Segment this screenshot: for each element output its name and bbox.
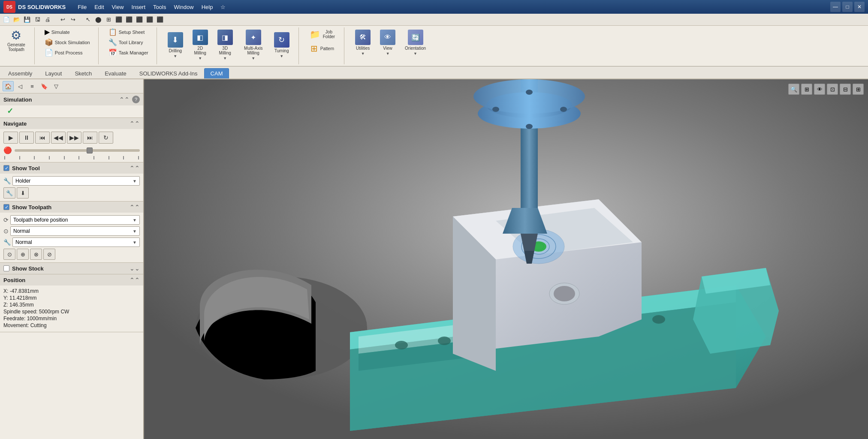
nav-pause-button[interactable]: ⏸ [19, 132, 34, 144]
show-toolpath-checkbox[interactable]: ✓ [3, 204, 9, 210]
tool-type-row: 🔧 Holder ▼ [3, 176, 140, 186]
toolpath-type-dropdown[interactable]: Toolpath before position ▼ [10, 215, 140, 225]
simulate-button[interactable]: ▶ Simulate [42, 27, 93, 37]
panel-list-button[interactable]: ≡ [27, 81, 38, 91]
turning-button[interactable]: ↻ Turning ▼ [270, 30, 293, 60]
nav-fast-fwd-button[interactable]: ⏭ [83, 132, 97, 144]
menu-view[interactable]: View [108, 3, 127, 11]
post-process-icon: 📄 [45, 49, 53, 56]
toolpath-mode1-dropdown[interactable]: Normal ▼ [10, 226, 140, 236]
navigate-content: ▶ ⏸ ⏮ ◀◀ ▶▶ ⏭ ↻ 🔴 [0, 129, 143, 162]
stock-simulation-button[interactable]: 📦 Stock Simulation [42, 38, 93, 47]
setup-sheet-button[interactable]: 📋 Setup Sheet [105, 27, 151, 37]
viewport-search-button[interactable]: 🔍 [788, 84, 799, 95]
task-manager-label: Task Manager [119, 50, 148, 55]
viewport-grid-button[interactable]: ⊞ [801, 84, 812, 95]
setup-sheet-label: Setup Sheet [119, 30, 145, 35]
panel-back-button[interactable]: ◁ [15, 81, 26, 91]
nav-slider-thumb[interactable] [87, 147, 93, 153]
orientation-button[interactable]: 🔄 Orientation ▼ [401, 27, 430, 58]
tool-library-button[interactable]: 🔧 Tool Library [105, 38, 151, 47]
nav-rewind-button[interactable]: ◀◀ [51, 132, 66, 144]
tab-addins[interactable]: SOLIDWORKS Add-Ins [133, 68, 204, 78]
quick-cam4[interactable]: ⬛ [145, 15, 154, 24]
toolpath-action-4[interactable]: ⊘ [43, 249, 55, 260]
quick-cam3[interactable]: ⬛ [135, 15, 144, 24]
multi-axis-button[interactable]: ✦ Multi-AxisMilling ▼ [238, 27, 268, 63]
toolpath-action-3[interactable]: ⊗ [30, 249, 42, 260]
task-manager-button[interactable]: 📅 Task Manager [105, 48, 151, 57]
show-toolpath-section-header[interactable]: ✓ Show Toolpath ⌃⌃ [0, 201, 143, 213]
menu-extra[interactable]: ☆ [217, 3, 229, 11]
quick-cam5[interactable]: ⬛ [155, 15, 165, 24]
nav-tick-1 [4, 156, 5, 159]
nav-end-button[interactable]: ↻ [99, 132, 113, 144]
tool-action-2[interactable]: ⬇ [17, 187, 29, 198]
generate-toolpath-button[interactable]: ⚙ GenerateToolpath [3, 27, 29, 54]
svg-point-18 [492, 107, 499, 112]
simulation-help-icon[interactable]: ? [132, 96, 140, 103]
panel-filter-button[interactable]: ▽ [51, 81, 62, 91]
show-stock-section-header[interactable]: Show Stock ⌄⌄ [0, 263, 143, 274]
toolpath-action-2[interactable]: ⊕ [17, 249, 29, 260]
viewport-extra2-button[interactable]: ⊟ [840, 84, 851, 95]
quick-circle[interactable]: ⬤ [93, 15, 103, 24]
quick-grid[interactable]: ⊞ [104, 15, 113, 24]
2d-milling-button[interactable]: ◧ 2DMilling ▼ [189, 27, 212, 63]
menu-edit[interactable]: Edit [91, 3, 107, 11]
tool-action-1[interactable]: 🔧 [3, 187, 15, 198]
view-button[interactable]: 👁 View ▼ [376, 27, 399, 58]
nav-slider[interactable] [15, 149, 140, 152]
viewport[interactable]: ▶ 🔵 4axis Index - Finished ... MUTAZ [144, 79, 868, 439]
nav-play-button[interactable]: ▶ [3, 132, 18, 144]
quick-print[interactable]: 🖨 [43, 15, 52, 24]
show-stock-checkbox[interactable] [3, 265, 9, 271]
menu-insert[interactable]: Insert [128, 3, 149, 11]
post-process-button[interactable]: 📄 Post Process [42, 48, 93, 57]
quick-select[interactable]: ↖ [83, 15, 93, 24]
tab-layout[interactable]: Layout [39, 68, 68, 78]
quick-redo[interactable]: ↪ [68, 15, 78, 24]
quick-open[interactable]: 📂 [12, 15, 21, 24]
menu-file[interactable]: File [74, 3, 90, 11]
nav-step-back-button[interactable]: ⏮ [35, 132, 50, 144]
pattern-button[interactable]: ⊞ Pattern [306, 42, 339, 55]
simulation-section-header[interactable]: Simulation ⌃⌃ ? [0, 93, 143, 105]
panel-home-button[interactable]: 🏠 [3, 81, 14, 91]
show-tool-section-header[interactable]: ✓ Show Tool ⌃⌃ [0, 162, 143, 174]
minimize-button[interactable]: — [830, 2, 841, 12]
3d-scene[interactable]: MUTAZ [144, 79, 868, 439]
tab-evaluate[interactable]: Evaluate [98, 68, 133, 78]
menu-help[interactable]: Help [198, 3, 217, 11]
nav-fwd-button[interactable]: ▶▶ [67, 132, 81, 144]
navigate-section-header[interactable]: Navigate ⌃⌃ [0, 118, 143, 129]
position-section-header[interactable]: Position ⌃⌃ [0, 274, 143, 286]
tab-assembly[interactable]: Assembly [2, 68, 39, 78]
show-tool-checkbox[interactable]: ✓ [3, 165, 9, 171]
logo-icon: DS [3, 1, 15, 13]
quick-save[interactable]: 💾 [22, 15, 32, 24]
drilling-button[interactable]: ⬇ Drilling ▼ [164, 30, 187, 60]
tab-cam[interactable]: CAM [204, 68, 229, 78]
viewport-view-button[interactable]: 👁 [814, 84, 825, 95]
close-button[interactable]: ✕ [854, 2, 865, 12]
tab-sketch[interactable]: Sketch [68, 68, 98, 78]
viewport-extra3-button[interactable]: ⊞ [853, 84, 864, 95]
holder-dropdown[interactable]: Holder ▼ [12, 176, 140, 186]
job-folder-label: Job [323, 30, 335, 34]
utilities-button[interactable]: 🛠 Utilities ▼ [351, 27, 374, 58]
3d-milling-button[interactable]: ◨ 3DMilling ▼ [214, 27, 237, 63]
viewport-extra1-button[interactable]: ⊡ [827, 84, 838, 95]
quick-cam2[interactable]: ⬛ [124, 15, 134, 24]
quick-undo[interactable]: ↩ [58, 15, 67, 24]
maximize-button[interactable]: □ [842, 2, 853, 12]
toolpath-action-1[interactable]: ⊙ [3, 249, 15, 260]
job-folder-button[interactable]: 📁 Job Folder [306, 27, 339, 41]
toolpath-mode2-dropdown[interactable]: Normal ▼ [12, 238, 140, 247]
quick-cam1[interactable]: ⬛ [114, 15, 124, 24]
quick-new[interactable]: 📄 [2, 15, 11, 24]
quick-save2[interactable]: 🖫 [33, 15, 42, 24]
menu-tools[interactable]: Tools [150, 3, 169, 11]
menu-window[interactable]: Window [170, 3, 197, 11]
panel-bookmark-button[interactable]: 🔖 [39, 81, 50, 91]
